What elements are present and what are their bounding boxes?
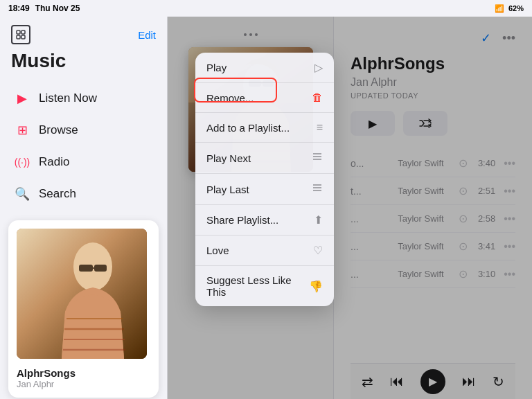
sidebar: Edit Music ▶ Listen Now ⊞ Browse ((·)) R… — [0, 17, 168, 399]
menu-remove-label: Remove... — [206, 92, 312, 104]
menu-share-icon: ⬆ — [314, 213, 323, 227]
sidebar-label-browse: Browse — [39, 123, 78, 137]
menu-item-love[interactable]: Love ♡ — [195, 236, 334, 266]
menu-play-next-label: Play Next — [206, 152, 312, 164]
menu-item-share-playlist[interactable]: Share Playlist... ⬆ — [195, 205, 334, 236]
app-container: Edit Music ▶ Listen Now ⊞ Browse ((·)) R… — [0, 17, 532, 399]
menu-item-play-last[interactable]: Play Last — [195, 174, 334, 205]
sidebar-header: Edit — [0, 22, 167, 50]
menu-share-playlist-label: Share Playlist... — [206, 214, 314, 226]
menu-add-playlist-icon: ≡ — [317, 121, 323, 134]
menu-play-next-icon — [312, 151, 323, 165]
svg-rect-3 — [21, 35, 25, 39]
browse-icon: ⊞ — [14, 122, 30, 139]
menu-play-icon: ▷ — [314, 61, 323, 74]
edit-button[interactable]: Edit — [138, 29, 156, 41]
sidebar-square-icon[interactable] — [11, 25, 30, 44]
menu-remove-icon: 🗑 — [312, 91, 323, 104]
battery-icon: 62% — [508, 4, 524, 12]
menu-play-last-label: Play Last — [206, 184, 312, 195]
status-left: 18:49 Thu Nov 25 — [8, 3, 80, 13]
mini-player-info: AlphrSongs Jan Alphr — [17, 364, 150, 389]
menu-suggest-less-icon: 👎 — [309, 280, 323, 293]
menu-item-suggest-less[interactable]: Suggest Less Like This 👎 — [195, 266, 334, 306]
menu-play-last-icon — [312, 182, 323, 196]
mini-player-artwork — [17, 229, 147, 359]
menu-item-play[interactable]: Play ▷ — [195, 53, 334, 83]
mini-player-title: AlphrSongs — [17, 367, 150, 379]
svg-rect-7 — [94, 265, 107, 272]
sidebar-item-radio[interactable]: ((·)) Radio — [6, 147, 161, 177]
menu-item-add-playlist[interactable]: Add to a Playlist... ≡ — [195, 113, 334, 143]
mini-player-card[interactable]: AlphrSongs Jan Alphr — [8, 220, 159, 398]
status-date: Thu Nov 25 — [35, 3, 80, 13]
svg-rect-1 — [21, 30, 25, 34]
radio-icon: ((·)) — [14, 154, 30, 170]
sidebar-item-browse[interactable]: ⊞ Browse — [6, 115, 161, 145]
search-icon: 🔍 — [14, 186, 30, 202]
listen-now-icon: ▶ — [14, 90, 30, 107]
menu-item-play-next[interactable]: Play Next — [195, 143, 334, 174]
sidebar-nav: ▶ Listen Now ⊞ Browse ((·)) Radio 🔍 Sear… — [0, 83, 167, 209]
svg-rect-6 — [79, 265, 93, 272]
sidebar-label-search: Search — [39, 187, 76, 201]
context-menu: Play ▷ Remove... 🗑 Add to a Playlist... … — [195, 53, 334, 306]
wifi-icon: 📶 — [495, 4, 504, 13]
status-bar: 18:49 Thu Nov 25 📶 62% — [0, 0, 532, 17]
status-right: 📶 62% — [495, 4, 524, 13]
main-content: ✓ ••• AlphrSongs Jan Alphr UPDATED TODAY… — [168, 17, 532, 399]
menu-item-remove[interactable]: Remove... 🗑 — [195, 83, 334, 113]
svg-rect-0 — [17, 30, 20, 34]
mini-player-art-bg — [17, 229, 147, 359]
menu-love-label: Love — [206, 245, 313, 256]
status-time: 18:49 — [8, 3, 30, 13]
menu-suggest-less-label: Suggest Less Like This — [206, 274, 309, 298]
menu-love-icon: ♡ — [313, 244, 323, 257]
mini-player-artist: Jan Alphr — [17, 379, 150, 389]
sidebar-title: Music — [0, 50, 167, 83]
sidebar-item-search[interactable]: 🔍 Search — [6, 179, 161, 209]
menu-add-playlist-label: Add to a Playlist... — [206, 122, 317, 134]
svg-rect-2 — [17, 35, 20, 39]
sidebar-item-listen-now[interactable]: ▶ Listen Now — [6, 83, 161, 114]
sidebar-label-listen-now: Listen Now — [39, 91, 97, 105]
menu-play-label: Play — [206, 62, 314, 73]
sidebar-label-radio: Radio — [39, 155, 69, 169]
